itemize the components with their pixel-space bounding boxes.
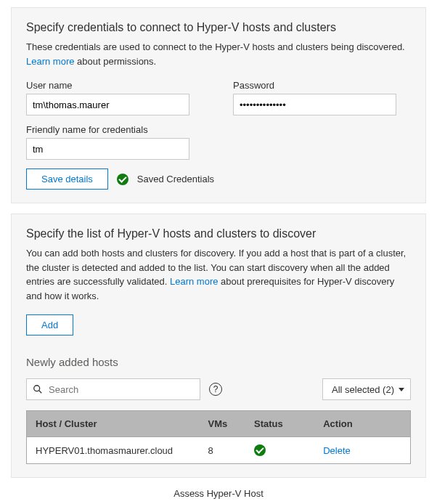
password-input[interactable] bbox=[233, 94, 396, 115]
save-details-button[interactable]: Save details bbox=[26, 168, 108, 190]
hosts-table: Host / Cluster VMs Status Action HYPERV0… bbox=[26, 410, 411, 464]
friendly-name-label: Friendly name for credentials bbox=[26, 124, 411, 135]
chevron-down-icon bbox=[399, 388, 404, 391]
svg-line-1 bbox=[39, 391, 42, 394]
col-status-header: Status bbox=[245, 411, 314, 437]
search-icon bbox=[27, 384, 49, 394]
search-input[interactable] bbox=[49, 379, 200, 399]
cell-status bbox=[245, 437, 314, 464]
table-row: HYPERV01.thomasmaurer.cloud 8 Delete bbox=[27, 437, 411, 464]
username-label: User name bbox=[26, 80, 204, 91]
saved-status-text: Saved Credentials bbox=[137, 174, 214, 184]
cell-action: Delete bbox=[314, 437, 410, 464]
credentials-description: These credentials are used to connect to… bbox=[26, 40, 411, 68]
table-header-row: Host / Cluster VMs Status Action bbox=[27, 411, 411, 437]
add-host-button[interactable]: Add bbox=[26, 314, 73, 336]
check-icon bbox=[254, 444, 266, 456]
image-caption: Assess Hyper-V Host bbox=[11, 488, 426, 499]
learn-more-link[interactable]: Learn more bbox=[170, 276, 218, 287]
newly-added-heading: Newly added hosts bbox=[26, 356, 411, 368]
hosts-description: You can add both hosts and clusters for … bbox=[26, 246, 411, 303]
check-icon bbox=[117, 174, 128, 185]
password-label: Password bbox=[233, 80, 411, 91]
learn-more-link[interactable]: Learn more bbox=[26, 56, 74, 67]
credentials-title: Specify credentials to connect to Hyper-… bbox=[26, 21, 411, 34]
col-host-header: Host / Cluster bbox=[27, 411, 200, 437]
cell-host: HYPERV01.thomasmaurer.cloud bbox=[27, 437, 200, 464]
search-box[interactable] bbox=[26, 378, 200, 400]
col-action-header: Action bbox=[314, 411, 410, 437]
col-vms-header: VMs bbox=[200, 411, 245, 437]
svg-point-0 bbox=[34, 386, 40, 391]
hosts-panel: Specify the list of Hyper-V hosts and cl… bbox=[11, 214, 426, 478]
filter-dropdown[interactable]: All selected (2) bbox=[322, 378, 411, 400]
credentials-panel: Specify credentials to connect to Hyper-… bbox=[11, 7, 426, 203]
hosts-title: Specify the list of Hyper-V hosts and cl… bbox=[26, 227, 411, 240]
delete-link[interactable]: Delete bbox=[323, 445, 351, 456]
filter-label: All selected (2) bbox=[332, 384, 394, 395]
username-input[interactable] bbox=[26, 94, 189, 115]
help-icon[interactable]: ? bbox=[209, 383, 222, 396]
friendly-name-input[interactable] bbox=[26, 138, 189, 160]
cell-vms: 8 bbox=[200, 437, 245, 464]
